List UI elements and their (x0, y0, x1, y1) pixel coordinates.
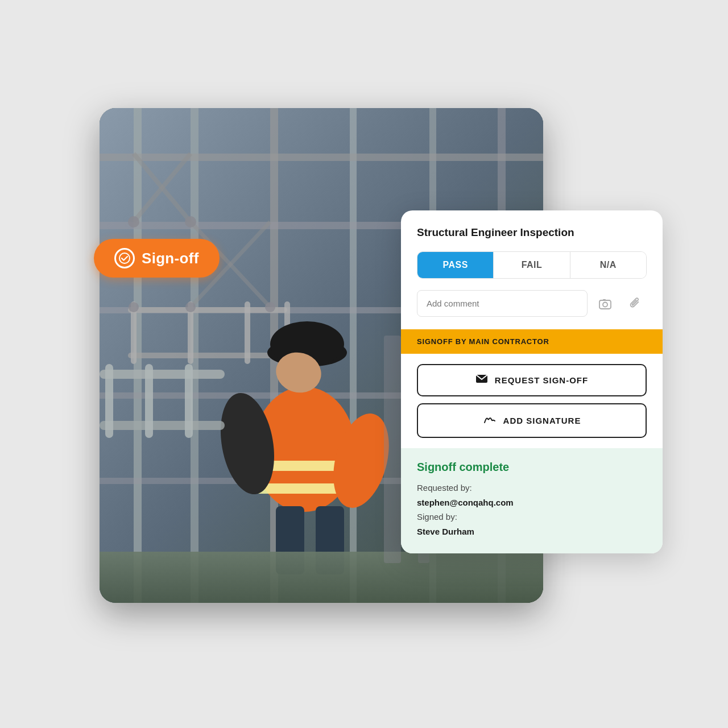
svg-rect-16 (128, 307, 287, 313)
signoff-complete-title: Signoff complete (417, 461, 647, 474)
request-signoff-label: REQUEST SIGN-OFF (495, 375, 588, 385)
check-icon (114, 248, 135, 268)
svg-point-45 (185, 302, 196, 312)
signed-by-label: Signed by: (417, 512, 457, 522)
svg-point-48 (603, 302, 607, 307)
comment-input[interactable] (417, 290, 588, 317)
svg-rect-38 (105, 364, 113, 438)
svg-point-42 (185, 216, 196, 228)
signoff-info: Requested by: stephen@conqahq.com Signed… (417, 481, 647, 539)
na-button[interactable]: N/A (570, 252, 646, 278)
status-row: PASS FAIL N/A (417, 251, 647, 279)
signature-icon (483, 413, 497, 428)
svg-point-43 (265, 302, 275, 312)
svg-rect-33 (100, 552, 543, 603)
add-signature-button[interactable]: ADD SIGNATURE (417, 403, 647, 438)
signoff-banner: SIGNOFF BY MAIN CONTRACTOR (401, 329, 663, 354)
svg-point-46 (119, 253, 130, 263)
requested-by-label: Requested by: (417, 483, 472, 493)
pass-button[interactable]: PASS (417, 252, 494, 278)
signoff-badge[interactable]: Sign-off (94, 239, 220, 278)
svg-rect-39 (145, 364, 153, 438)
action-section: REQUEST SIGN-OFF ADD SIGNATURE (401, 354, 663, 448)
svg-rect-20 (245, 301, 250, 364)
fail-button[interactable]: FAIL (494, 252, 570, 278)
request-signoff-button[interactable]: REQUEST SIGN-OFF (417, 364, 647, 396)
svg-rect-40 (185, 364, 193, 438)
add-signature-label: ADD SIGNATURE (503, 416, 581, 425)
requested-by-value: stephen@conqahq.com (417, 498, 514, 507)
signoff-badge-label: Sign-off (142, 250, 199, 267)
svg-rect-37 (100, 421, 225, 430)
svg-rect-36 (100, 370, 225, 379)
signed-by-value: Steve Durham (417, 527, 474, 536)
camera-button[interactable] (593, 292, 617, 316)
svg-rect-7 (100, 154, 543, 161)
ui-card: Structural Engineer Inspection PASS FAIL… (401, 210, 663, 553)
svg-rect-4 (350, 108, 357, 603)
svg-point-41 (128, 216, 139, 228)
inspection-title: Structural Engineer Inspection (417, 226, 647, 239)
camera-icon (599, 297, 611, 310)
comment-row (417, 290, 647, 329)
signoff-complete-section: Signoff complete Requested by: stephen@c… (401, 448, 663, 553)
envelope-icon (475, 374, 488, 386)
svg-rect-49 (603, 299, 606, 301)
main-scene: Sign-off Structural Engineer Inspection … (65, 80, 663, 648)
svg-rect-17 (128, 353, 287, 358)
attach-button[interactable] (623, 292, 647, 316)
paperclip-icon (629, 297, 640, 310)
svg-rect-34 (384, 336, 401, 563)
svg-point-44 (129, 302, 139, 312)
svg-rect-47 (599, 300, 611, 309)
